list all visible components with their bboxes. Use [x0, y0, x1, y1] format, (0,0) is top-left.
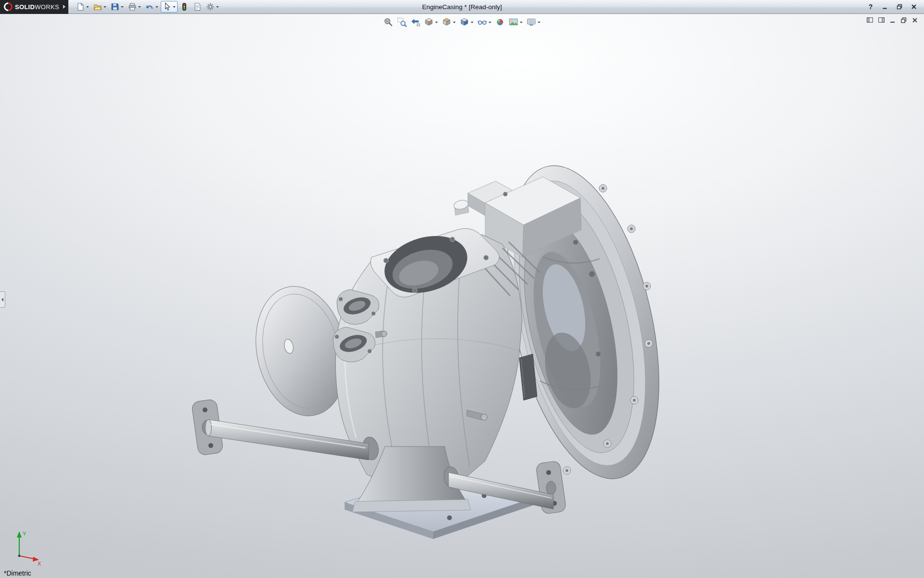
solidworks-logo: SOLIDWORKS — [0, 0, 68, 14]
dropdown-arrow-icon[interactable] — [471, 22, 474, 23]
featuremanager-flyout-tab[interactable] — [0, 291, 5, 308]
show-featuremanager-pane-button[interactable] — [866, 16, 873, 24]
minimize-icon — [889, 17, 896, 24]
save-button[interactable] — [109, 1, 126, 13]
dropdown-arrow-icon[interactable] — [216, 6, 219, 8]
close-button[interactable] — [908, 2, 920, 12]
dropdown-arrow-icon[interactable] — [488, 22, 491, 23]
help-button[interactable]: ? — [864, 2, 877, 12]
view-orientation-label: *Dimetric — [4, 569, 31, 577]
quick-access-toolbar — [74, 1, 221, 13]
dropdown-arrow-icon[interactable] — [520, 22, 523, 23]
triad-y-label: Y — [23, 531, 26, 537]
rebuild-traffic-light-icon — [180, 2, 189, 11]
restore-document-button[interactable] — [900, 17, 907, 24]
view-orientation-cube-icon — [442, 17, 451, 27]
document-window-controls — [866, 16, 918, 24]
hide-show-items-button[interactable] — [476, 16, 492, 28]
window-controls: ? — [864, 2, 924, 12]
previous-view-button[interactable] — [410, 16, 421, 28]
options-gear-icon — [206, 2, 215, 11]
dropdown-arrow-icon[interactable] — [86, 6, 89, 8]
zoom-to-area-button[interactable] — [396, 16, 408, 28]
open-button[interactable] — [91, 1, 108, 13]
show-display-pane-button[interactable] — [878, 16, 885, 24]
dropdown-arrow-icon[interactable] — [103, 6, 106, 8]
hide-show-items-glasses-icon — [477, 17, 487, 27]
new-document-button[interactable] — [74, 1, 91, 13]
select-button[interactable] — [161, 1, 178, 13]
print-icon — [128, 2, 137, 11]
display-style-button[interactable] — [459, 16, 475, 28]
undo-arrow-icon — [145, 2, 154, 11]
pane-right-icon — [878, 16, 885, 24]
restore-icon — [900, 17, 907, 24]
apply-scene-icon — [509, 17, 518, 27]
close-document-button[interactable] — [911, 17, 918, 24]
print-button[interactable] — [126, 1, 143, 13]
dropdown-arrow-icon[interactable] — [538, 22, 540, 23]
brand-text-light: WORKS — [35, 3, 59, 11]
minimize-icon — [882, 4, 888, 10]
display-style-icon — [460, 17, 469, 27]
pane-left-icon — [866, 16, 873, 24]
edit-appearance-button[interactable] — [494, 16, 506, 28]
edit-appearance-ball-icon — [495, 17, 505, 27]
zoom-to-fit-button[interactable] — [383, 16, 394, 28]
brand-text-bold: SOLID — [15, 3, 35, 11]
restore-icon — [897, 4, 903, 10]
open-folder-icon — [93, 2, 102, 11]
apply-scene-button[interactable] — [508, 16, 524, 28]
file-properties-icon — [193, 2, 202, 11]
graphics-area[interactable]: Y X *Dimetric — [0, 14, 924, 578]
dropdown-arrow-icon[interactable] — [155, 6, 158, 8]
close-icon — [911, 17, 918, 24]
section-view-icon — [424, 17, 434, 27]
section-view-button[interactable] — [423, 16, 439, 28]
previous-view-icon — [411, 17, 420, 27]
engine-casing-model[interactable] — [0, 14, 924, 578]
options-button[interactable] — [204, 1, 221, 13]
minimize-button[interactable] — [879, 2, 891, 12]
file-properties-button[interactable] — [191, 1, 204, 13]
headsup-view-toolbar — [383, 16, 541, 28]
dropdown-arrow-icon[interactable] — [453, 22, 456, 23]
dropdown-arrow-icon[interactable] — [138, 6, 141, 8]
dassault-systemes-logo-icon — [4, 2, 13, 11]
new-document-icon — [76, 2, 85, 11]
dropdown-arrow-icon[interactable] — [121, 6, 124, 8]
view-settings-icon — [526, 17, 536, 27]
triad-x-label: X — [38, 561, 41, 565]
rebuild-button[interactable] — [178, 1, 191, 13]
select-cursor-icon — [163, 2, 171, 11]
view-settings-button[interactable] — [526, 16, 541, 28]
view-orientation-button[interactable] — [441, 16, 457, 28]
triad-y-arrow — [17, 531, 22, 538]
save-floppy-icon — [111, 2, 119, 11]
dropdown-arrow-icon[interactable] — [173, 6, 176, 8]
minimize-document-button[interactable] — [889, 17, 896, 24]
orientation-triad[interactable]: Y X — [9, 528, 44, 565]
dropdown-arrow-icon[interactable] — [435, 22, 438, 23]
chevron-left-icon — [1, 298, 3, 302]
restore-button[interactable] — [893, 2, 906, 12]
close-icon — [911, 4, 917, 10]
undo-button[interactable] — [143, 1, 160, 13]
menu-flyout-arrow-icon[interactable] — [63, 5, 65, 9]
zoom-to-area-icon — [397, 17, 407, 27]
zoom-to-fit-icon — [384, 17, 393, 27]
app-titlebar: SOLIDWORKS — [0, 0, 924, 14]
